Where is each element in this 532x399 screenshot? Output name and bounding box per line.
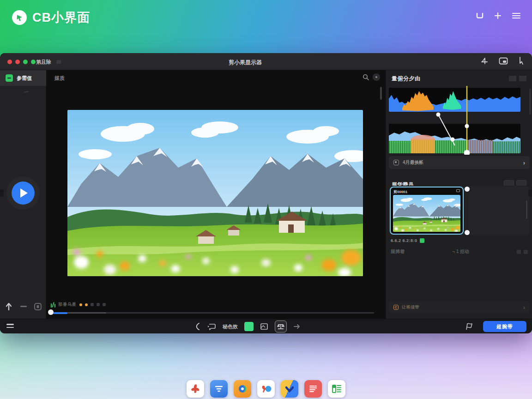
waveform-orange-section — [402, 88, 434, 112]
sidebar-bottom-tools — [5, 302, 42, 311]
library-icon — [6, 74, 13, 82]
spectrum-orange — [411, 139, 435, 153]
footer-badge-icon: C — [393, 305, 399, 310]
minus-icon[interactable] — [20, 306, 27, 308]
clip-handle-bottom[interactable] — [465, 230, 470, 235]
transform-icon — [277, 323, 284, 330]
spectrum-green — [493, 141, 520, 153]
text-tool-icon[interactable] — [480, 57, 489, 65]
keyframe-box-icon — [393, 160, 399, 165]
upload-icon[interactable] — [5, 302, 13, 311]
clip-handle-top[interactable] — [465, 187, 470, 192]
keyframe-row-label: 4月最换帐 — [403, 159, 520, 166]
clip-marker-label: 那番乌星 — [58, 302, 77, 308]
clip-slot-empty[interactable] — [468, 187, 529, 235]
keyframe-row[interactable]: 4月最换帐 › — [389, 156, 530, 169]
clip-marker-row: 那番乌星 — [51, 302, 106, 308]
bottom-toolbar: 秘色效 超腕带 — [0, 319, 532, 333]
clip-thumb-badge: 剪00001 — [393, 189, 407, 194]
dock-app-notes-icon[interactable] — [304, 380, 322, 398]
play-button[interactable] — [12, 181, 35, 205]
toolbar-menu-icon[interactable] — [6, 324, 14, 328]
footer-label: 让将须带 — [402, 304, 520, 310]
marker-slot-icon[interactable] — [97, 303, 100, 306]
play-icon — [20, 188, 28, 198]
waveform-mini-icon — [51, 302, 55, 308]
layer-icon[interactable] — [517, 250, 521, 254]
audio-track-2[interactable] — [389, 124, 520, 153]
sidebar-item-library[interactable]: 参需值 — [0, 70, 46, 86]
layer-icon[interactable] — [524, 250, 528, 254]
grid-view-icon[interactable] — [519, 76, 526, 81]
audio-track-1[interactable] — [389, 88, 520, 112]
stop-icon[interactable] — [34, 303, 42, 310]
selected-clip-thumbnail[interactable]: 剪00001 — [390, 187, 464, 235]
inspector-footer-row[interactable]: C 让将须带 › — [389, 301, 530, 313]
preview-label: 媒质 — [54, 75, 65, 82]
left-sidebar: 参需值 — [0, 70, 46, 319]
video-canvas[interactable] — [67, 110, 363, 276]
layer-label: 腿膊着 — [391, 248, 405, 255]
spectrum-green — [389, 141, 411, 153]
inspector-scrollbar[interactable] — [529, 89, 531, 115]
comment-cursor-icon[interactable] — [207, 323, 216, 330]
crop-icon[interactable] — [260, 323, 268, 330]
right-panel-handle[interactable] — [528, 189, 532, 197]
marker-slot-icon[interactable] — [103, 303, 106, 306]
timeline-playhead-knob[interactable] — [48, 309, 54, 315]
preview-scrollbar[interactable] — [380, 87, 382, 100]
color-swatch[interactable] — [244, 322, 254, 331]
clip-thumb-image — [393, 195, 460, 232]
transform-tool-button[interactable] — [275, 320, 287, 332]
layer-row: 腿膊着 ¬ 1 括动 — [391, 248, 528, 255]
editor-window: 第且除 剪小果显示器 参需值 — [0, 53, 532, 333]
clip-meta-text: 6.6.2 6.2:8:0 — [391, 238, 417, 243]
marker-slot-icon[interactable] — [91, 303, 94, 306]
window-titlebar: 第且除 剪小果显示器 — [0, 53, 532, 70]
desktop: CB小界面 第且除 剪小果显示器 — [0, 0, 532, 399]
clip-slot-scrollbar[interactable] — [526, 200, 527, 219]
toolbar-right-group: 超腕带 — [465, 321, 526, 332]
dock-app-sheets-icon[interactable] — [328, 380, 345, 398]
tool-label: 秘色效 — [223, 323, 238, 330]
flag-icon[interactable] — [465, 322, 474, 331]
list-view-icon[interactable] — [509, 76, 516, 81]
marker-orange-dot[interactable] — [85, 303, 88, 306]
toolbar-center-group: 秘色效 — [194, 319, 301, 333]
inspector-header: 量俯分夕由 — [392, 75, 421, 83]
cursor-icon[interactable] — [518, 57, 525, 65]
spectrum-maroon — [468, 140, 493, 153]
pip-icon[interactable] — [499, 57, 508, 65]
export-button[interactable]: 超腕带 — [483, 321, 526, 332]
brand-title: CB小界面 — [32, 9, 90, 26]
brand-logo-icon — [12, 10, 27, 25]
clip-thumb-icon — [456, 189, 460, 192]
left-panel-handle[interactable] — [0, 189, 4, 197]
marker-orange-dot[interactable] — [79, 303, 82, 306]
plus-icon[interactable] — [494, 12, 502, 19]
dock-app-petal-icon[interactable] — [187, 380, 204, 398]
undo-icon[interactable] — [194, 322, 200, 331]
timeline-buffered-segment — [67, 312, 106, 314]
dock-app-bird-icon[interactable] — [257, 380, 275, 398]
preview-options-button[interactable] — [373, 73, 380, 81]
clip-meta-row: 6.6.2 6.2:8:0 — [391, 238, 424, 243]
dock-app-filter-icon[interactable] — [210, 380, 228, 398]
dock-app-browser-icon[interactable] — [234, 380, 251, 398]
clip-status-badge — [420, 238, 424, 243]
sidebar-mark — [24, 91, 29, 93]
search-icon[interactable] — [363, 74, 369, 80]
redo-icon[interactable] — [293, 323, 301, 330]
chevron-right-icon: › — [523, 304, 525, 311]
inspector-view-toggles — [509, 76, 526, 81]
keyframe-dot[interactable] — [436, 113, 441, 117]
dock-app-mail-icon[interactable] — [281, 380, 298, 398]
menu-icon[interactable] — [512, 12, 521, 19]
window-icon[interactable] — [476, 12, 484, 19]
preview-panel: 媒质 那番乌星 — [46, 70, 386, 319]
layer-value[interactable]: ¬ 1 括动 — [405, 248, 517, 255]
inspector-panel: 量俯分夕由 — [386, 70, 532, 319]
layer-actions — [517, 250, 528, 254]
spectrum-salmon-cap — [411, 135, 435, 139]
desktop-brand: CB小界面 — [12, 9, 90, 26]
